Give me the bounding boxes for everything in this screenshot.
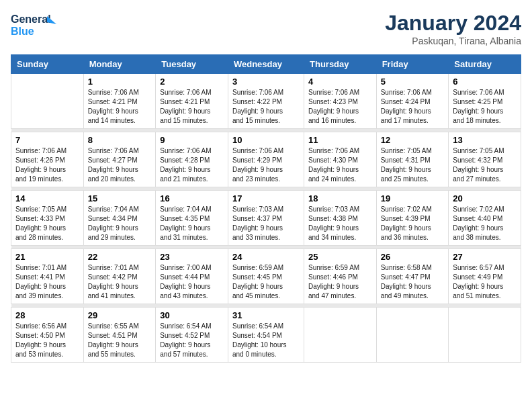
day-info: Sunrise: 7:05 AM Sunset: 4:33 PM Dayligh… <box>15 205 79 242</box>
day-number: 16 <box>160 193 224 203</box>
calendar-cell: 12Sunrise: 7:05 AM Sunset: 4:31 PM Dayli… <box>376 132 449 187</box>
day-number: 9 <box>160 135 224 145</box>
day-number: 23 <box>160 252 224 262</box>
day-number: 29 <box>88 310 152 320</box>
header-row: SundayMondayTuesdayWednesdayThursdayFrid… <box>11 55 521 74</box>
day-info: Sunrise: 6:57 AM Sunset: 4:49 PM Dayligh… <box>453 263 517 301</box>
day-number: 15 <box>88 193 152 203</box>
day-number: 11 <box>308 135 372 145</box>
day-info: Sunrise: 6:58 AM Sunset: 4:47 PM Dayligh… <box>381 263 445 301</box>
column-header-wednesday: Wednesday <box>228 55 304 74</box>
day-info: Sunrise: 6:59 AM Sunset: 4:46 PM Dayligh… <box>308 263 372 301</box>
day-number: 10 <box>232 135 300 145</box>
calendar-table: SundayMondayTuesdayWednesdayThursdayFrid… <box>11 54 521 363</box>
calendar-cell <box>304 308 377 363</box>
day-info: Sunrise: 6:54 AM Sunset: 4:52 PM Dayligh… <box>160 322 224 359</box>
day-info: Sunrise: 7:04 AM Sunset: 4:34 PM Dayligh… <box>88 205 152 242</box>
day-number: 21 <box>15 252 79 262</box>
calendar-cell: 15Sunrise: 7:04 AM Sunset: 4:34 PM Dayli… <box>83 191 156 246</box>
day-number: 18 <box>308 193 372 203</box>
week-row-4: 21Sunrise: 7:01 AM Sunset: 4:41 PM Dayli… <box>11 249 521 304</box>
subtitle: Paskuqan, Tirana, Albania <box>385 36 521 46</box>
calendar-cell: 29Sunrise: 6:55 AM Sunset: 4:51 PM Dayli… <box>83 308 156 363</box>
main-title: January 2024 <box>385 11 521 36</box>
column-header-monday: Monday <box>83 55 156 74</box>
day-number: 7 <box>15 135 79 145</box>
day-number: 4 <box>308 77 372 87</box>
day-number: 8 <box>88 135 152 145</box>
day-number: 3 <box>232 77 300 87</box>
day-number: 2 <box>160 77 224 87</box>
calendar-cell: 18Sunrise: 7:03 AM Sunset: 4:38 PM Dayli… <box>304 191 377 246</box>
calendar-cell: 31Sunrise: 6:54 AM Sunset: 4:54 PM Dayli… <box>228 308 304 363</box>
logo: GeneralBlue <box>11 11 59 39</box>
day-info: Sunrise: 7:02 AM Sunset: 4:39 PM Dayligh… <box>381 205 445 242</box>
calendar-cell: 21Sunrise: 7:01 AM Sunset: 4:41 PM Dayli… <box>11 249 84 304</box>
day-number: 26 <box>381 252 445 262</box>
day-number: 30 <box>160 310 224 320</box>
day-number: 14 <box>15 193 79 203</box>
calendar-cell: 23Sunrise: 7:00 AM Sunset: 4:44 PM Dayli… <box>156 249 228 304</box>
day-number: 24 <box>232 252 300 262</box>
day-info: Sunrise: 7:00 AM Sunset: 4:44 PM Dayligh… <box>160 263 224 301</box>
column-header-saturday: Saturday <box>449 55 521 74</box>
day-info: Sunrise: 6:56 AM Sunset: 4:50 PM Dayligh… <box>15 322 79 359</box>
calendar-cell: 9Sunrise: 7:06 AM Sunset: 4:28 PM Daylig… <box>156 132 228 187</box>
day-info: Sunrise: 7:05 AM Sunset: 4:31 PM Dayligh… <box>381 146 445 184</box>
day-info: Sunrise: 7:01 AM Sunset: 4:41 PM Dayligh… <box>15 263 79 301</box>
day-info: Sunrise: 7:06 AM Sunset: 4:23 PM Dayligh… <box>308 88 372 126</box>
day-info: Sunrise: 7:03 AM Sunset: 4:37 PM Dayligh… <box>232 205 300 242</box>
calendar-cell: 28Sunrise: 6:56 AM Sunset: 4:50 PM Dayli… <box>11 308 84 363</box>
calendar-cell: 30Sunrise: 6:54 AM Sunset: 4:52 PM Dayli… <box>156 308 228 363</box>
calendar-cell: 17Sunrise: 7:03 AM Sunset: 4:37 PM Dayli… <box>228 191 304 246</box>
calendar-cell: 3Sunrise: 7:06 AM Sunset: 4:22 PM Daylig… <box>228 74 304 129</box>
column-header-friday: Friday <box>376 55 449 74</box>
day-info: Sunrise: 7:06 AM Sunset: 4:30 PM Dayligh… <box>308 146 372 184</box>
week-row-5: 28Sunrise: 6:56 AM Sunset: 4:50 PM Dayli… <box>11 308 521 363</box>
day-info: Sunrise: 7:06 AM Sunset: 4:22 PM Dayligh… <box>232 88 300 126</box>
calendar-cell: 11Sunrise: 7:06 AM Sunset: 4:30 PM Dayli… <box>304 132 377 187</box>
calendar-cell: 19Sunrise: 7:02 AM Sunset: 4:39 PM Dayli… <box>376 191 449 246</box>
day-info: Sunrise: 7:01 AM Sunset: 4:42 PM Dayligh… <box>88 263 152 301</box>
day-number: 5 <box>381 77 445 87</box>
day-number: 12 <box>381 135 445 145</box>
calendar-cell <box>376 308 449 363</box>
day-number: 6 <box>453 77 517 87</box>
calendar-cell: 6Sunrise: 7:06 AM Sunset: 4:25 PM Daylig… <box>449 74 521 129</box>
day-info: Sunrise: 7:06 AM Sunset: 4:21 PM Dayligh… <box>160 88 224 126</box>
day-info: Sunrise: 7:06 AM Sunset: 4:29 PM Dayligh… <box>232 146 300 184</box>
week-row-1: 1Sunrise: 7:06 AM Sunset: 4:21 PM Daylig… <box>11 74 521 129</box>
calendar-cell: 2Sunrise: 7:06 AM Sunset: 4:21 PM Daylig… <box>156 74 228 129</box>
day-number: 17 <box>232 193 300 203</box>
day-info: Sunrise: 7:06 AM Sunset: 4:25 PM Dayligh… <box>453 88 517 126</box>
day-number: 22 <box>88 252 152 262</box>
day-info: Sunrise: 6:54 AM Sunset: 4:54 PM Dayligh… <box>232 322 300 359</box>
day-number: 13 <box>453 135 517 145</box>
calendar-cell <box>449 308 521 363</box>
calendar-cell: 5Sunrise: 7:06 AM Sunset: 4:24 PM Daylig… <box>376 74 449 129</box>
calendar-cell: 24Sunrise: 6:59 AM Sunset: 4:45 PM Dayli… <box>228 249 304 304</box>
calendar-cell: 16Sunrise: 7:04 AM Sunset: 4:35 PM Dayli… <box>156 191 228 246</box>
calendar-cell: 22Sunrise: 7:01 AM Sunset: 4:42 PM Dayli… <box>83 249 156 304</box>
column-header-sunday: Sunday <box>11 55 84 74</box>
day-info: Sunrise: 7:04 AM Sunset: 4:35 PM Dayligh… <box>160 205 224 242</box>
day-number: 28 <box>15 310 79 320</box>
calendar-cell: 20Sunrise: 7:02 AM Sunset: 4:40 PM Dayli… <box>449 191 521 246</box>
day-number: 1 <box>88 77 152 87</box>
week-row-2: 7Sunrise: 7:06 AM Sunset: 4:26 PM Daylig… <box>11 132 521 187</box>
day-number: 20 <box>453 193 517 203</box>
day-info: Sunrise: 7:02 AM Sunset: 4:40 PM Dayligh… <box>453 205 517 242</box>
svg-text:Blue: Blue <box>11 26 34 37</box>
calendar-cell: 13Sunrise: 7:05 AM Sunset: 4:32 PM Dayli… <box>449 132 521 187</box>
logo-icon: GeneralBlue <box>11 11 59 39</box>
calendar-cell: 27Sunrise: 6:57 AM Sunset: 4:49 PM Dayli… <box>449 249 521 304</box>
day-info: Sunrise: 7:06 AM Sunset: 4:28 PM Dayligh… <box>160 146 224 184</box>
day-info: Sunrise: 7:06 AM Sunset: 4:24 PM Dayligh… <box>381 88 445 126</box>
calendar-cell: 4Sunrise: 7:06 AM Sunset: 4:23 PM Daylig… <box>304 74 377 129</box>
day-info: Sunrise: 6:55 AM Sunset: 4:51 PM Dayligh… <box>88 322 152 359</box>
day-number: 31 <box>232 310 300 320</box>
calendar-cell <box>11 74 84 129</box>
day-number: 25 <box>308 252 372 262</box>
day-info: Sunrise: 6:59 AM Sunset: 4:45 PM Dayligh… <box>232 263 300 301</box>
day-info: Sunrise: 7:06 AM Sunset: 4:26 PM Dayligh… <box>15 146 79 184</box>
